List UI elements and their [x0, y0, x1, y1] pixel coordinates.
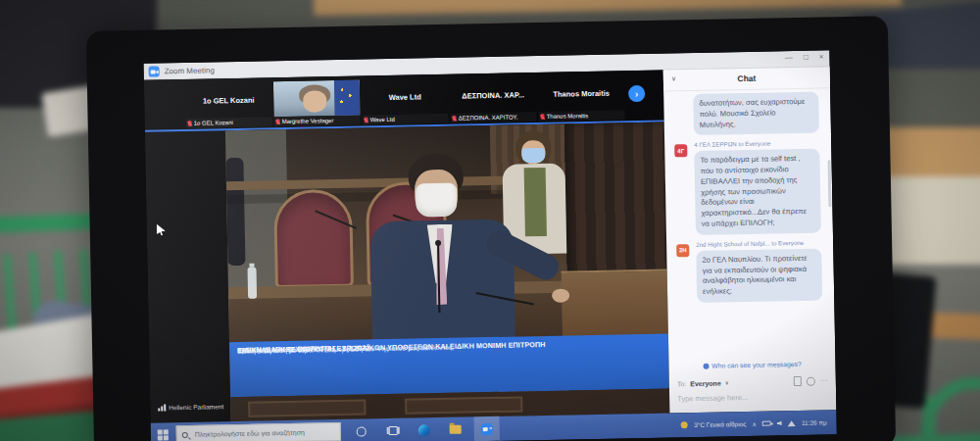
system-tray: 3°C Γενικά αίθριος ∧ 11:26 πμ: [681, 410, 837, 437]
laptop-screen: Zoom Meeting — □ × 1o GEL Kozani: [143, 50, 836, 441]
emoji-icon[interactable]: [807, 376, 815, 385]
chat-message-input[interactable]: [677, 391, 828, 403]
right-desk-wood: [562, 270, 668, 340]
muted-mic-icon: [541, 114, 545, 120]
to-label: To:: [677, 380, 686, 387]
speaker-face-mask: [416, 183, 458, 218]
participant-name-label: Margrethe Vestager: [282, 118, 334, 124]
participant-name-label: Wave Ltd: [370, 117, 395, 122]
desk-panel: [405, 396, 522, 414]
chat-message: δυνατοτήτων, σας ευχαριστούμε πολύ. Μουσ…: [663, 91, 831, 136]
privacy-note[interactable]: Who can see your messages?: [668, 360, 835, 369]
mouse-cursor: [157, 223, 166, 235]
participant-video-off: 1o GEL Kozani: [185, 81, 272, 119]
search-input[interactable]: [195, 428, 332, 438]
chat-message: 4 ΓΕΛ ΣΕΡΡΩΝ to Everyone 4Γ Το παράδειγμ…: [664, 139, 833, 236]
maximize-icon[interactable]: □: [804, 53, 808, 62]
participant-name-label: Thanos Moraitis: [547, 113, 589, 120]
taskbar-clock[interactable]: 11:26 πμ: [802, 418, 827, 425]
next-participants-button[interactable]: ›: [628, 85, 645, 102]
participant-tile[interactable]: 1o GEL Kozani 1o GEL Kozani: [185, 81, 272, 128]
burgundy-chair: [273, 189, 354, 289]
participant-tile[interactable]: Margrethe Vestager: [273, 80, 361, 127]
participant-name-label: 1o GEL Kozani: [194, 120, 233, 126]
window-title: Zoom Meeting: [165, 66, 215, 75]
edge-browser-button[interactable]: [411, 417, 436, 441]
muted-mic-icon: [365, 117, 368, 122]
task-view-button[interactable]: [379, 418, 405, 441]
weather-widget[interactable]: 3°C Γενικά αίθριος: [694, 420, 746, 428]
file-attach-icon[interactable]: [794, 376, 802, 386]
main-speaker-video[interactable]: ΕΙΔΙΚΗ ΔΙΑΡΚΗΣ ΕΠΙΤΡΟΠΗ ΕΥΡΩΠΑΪΚΩΝ ΥΠΟΘΕ…: [225, 122, 670, 422]
network-icon[interactable]: [788, 420, 796, 426]
message-bubble: Το παράδειγμα με τα self test , που το α…: [694, 149, 821, 235]
privacy-icon: [703, 364, 709, 369]
participant-video-off: ΔΕΣΠΟΙΝΑ. ΧΑΡ...: [450, 76, 537, 114]
zoom-icon: [481, 423, 493, 435]
chevron-down-icon: ∨: [725, 379, 729, 385]
zoom-app-icon: [149, 66, 160, 76]
muted-mic-icon: [276, 119, 280, 124]
laptop: Zoom Meeting — □ × 1o GEL Kozani: [86, 16, 896, 441]
zoom-taskbar-button[interactable]: [473, 416, 499, 441]
taskbar-search[interactable]: [176, 422, 341, 441]
participant-video-off: Wave Ltd: [362, 78, 449, 116]
close-icon[interactable]: ×: [819, 52, 824, 61]
message-bubble: 2ο ΓΕΛ Ναυπλίου. Τι προτείνετε για να εκ…: [696, 248, 822, 303]
chat-header: ∨ Chat: [663, 67, 830, 91]
participant-name-label: ΔΕΣΠΟΙΝΑ. ΧΑΡΙΤΟΥ.: [459, 114, 518, 121]
classroom-photo: Zoom Meeting — □ × 1o GEL Kozani: [0, 0, 980, 441]
participant-tile[interactable]: ΔΕΣΠΟΙΝΑ. ΧΑΡ... ΔΕΣΠΟΙΝΑ. ΧΑΡΙΤΟΥ.: [450, 76, 537, 123]
weather-sun-icon: [681, 421, 688, 428]
avatar: 2H: [676, 244, 689, 257]
chat-title: Chat: [663, 72, 830, 84]
participant-tile[interactable]: Thanos Moraitis Thanos Moraitis: [538, 74, 625, 122]
cortana-icon: [357, 426, 367, 436]
message-sender: 4 ΓΕΛ ΣΕΡΡΩΝ to Everyone: [694, 139, 823, 149]
message-sender: 2nd Hight School of Nafpl... to Everyone: [696, 238, 825, 248]
chat-message: 2nd Hight School of Nafpl... to Everyone…: [666, 238, 834, 303]
chat-panel: ∨ Chat δυνατοτήτων, σας ευχαριστούμε πολ…: [663, 67, 837, 413]
participant-video-off: Thanos Moraitis: [538, 74, 625, 112]
water-bottle: [248, 268, 258, 299]
participant-video: [273, 80, 361, 118]
send-to-row: To: Everyone ∨ ···: [677, 375, 828, 388]
broadcaster-watermark: Hellenic Parliament: [158, 403, 223, 411]
participant-tile[interactable]: Wave Ltd Wave Ltd: [362, 78, 449, 125]
caption-line: προκλήσεις και προοπτικές".: [237, 344, 322, 355]
desk-panel: [248, 399, 366, 416]
chat-message-list[interactable]: δυνατοτήτων, σας ευχαριστούμε πολύ. Μουσ…: [663, 88, 835, 358]
speaker-icon[interactable]: [777, 420, 782, 425]
avatar: 4Γ: [674, 144, 687, 157]
task-view-icon: [388, 426, 397, 435]
search-icon: [182, 431, 188, 437]
muted-mic-icon: [188, 121, 192, 126]
cortana-button[interactable]: [349, 418, 374, 441]
message-bubble: δυνατοτήτων, σας ευχαριστούμε πολύ. Μουσ…: [693, 92, 819, 136]
folder-icon: [450, 425, 462, 434]
edge-icon: [418, 424, 430, 436]
video-region: 1o GEL Kozani 1o GEL Kozani: [144, 71, 670, 423]
start-button[interactable]: [158, 429, 169, 440]
standing-woman-turtleneck: [524, 168, 547, 236]
broadcast-caption-banner: ΕΙΔΙΚΗ ΔΙΑΡΚΗΣ ΕΠΙΤΡΟΠΗ ΕΥΡΩΠΑΪΚΩΝ ΥΠΟΘΕ…: [229, 334, 669, 398]
tray-expand-icon[interactable]: ∧: [752, 420, 757, 427]
to-recipient-dropdown[interactable]: Everyone: [690, 379, 721, 387]
signal-strength-icon: [158, 404, 166, 411]
minimize-icon[interactable]: —: [785, 53, 793, 62]
face-mask: [521, 148, 545, 163]
battery-icon[interactable]: [762, 421, 771, 426]
background-figure: [225, 158, 245, 266]
file-explorer-button[interactable]: [442, 416, 467, 441]
muted-mic-icon: [453, 116, 457, 122]
